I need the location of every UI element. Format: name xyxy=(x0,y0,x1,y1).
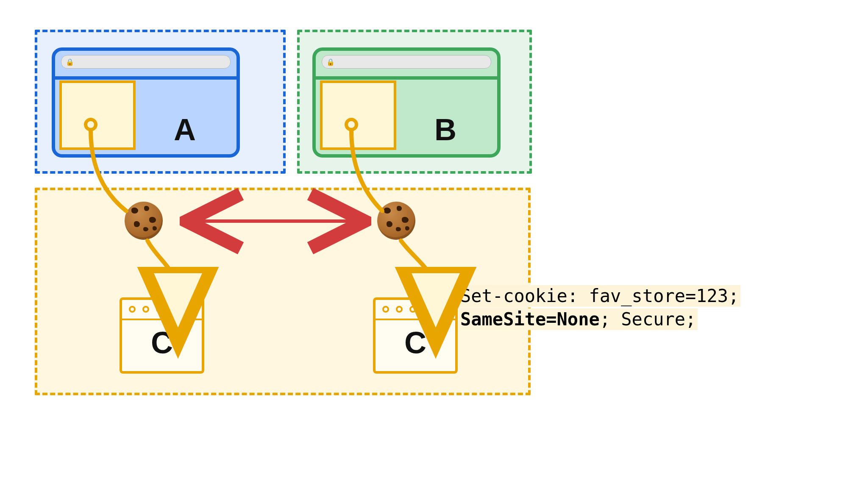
server-c-label: C xyxy=(376,325,455,360)
chrome-divider xyxy=(55,76,236,80)
server-c-dots xyxy=(122,300,202,320)
chrome-divider xyxy=(316,76,497,80)
iframe-b-connector xyxy=(345,118,358,131)
code-line-1: Set-cookie: fav_store=123; xyxy=(459,285,740,307)
lock-icon: 🔒 xyxy=(326,58,335,66)
third-party-iframe-a xyxy=(59,80,136,150)
set-cookie-header: Set-cookie: fav_store=123; SameSite=None… xyxy=(459,285,740,331)
cookie-icon xyxy=(377,202,415,240)
dot-icon xyxy=(129,306,136,313)
browser-window-a: 🔒 A xyxy=(52,47,240,158)
iframe-a-connector xyxy=(84,118,97,131)
server-c-left: C xyxy=(120,297,204,374)
code-line-2: SameSite=None; Secure; xyxy=(459,308,698,330)
dot-icon xyxy=(170,306,176,313)
address-bar: 🔒 xyxy=(322,55,491,69)
site-label-b: B xyxy=(434,112,456,147)
dot-icon xyxy=(382,306,389,313)
code-samesite: SameSite=None xyxy=(460,309,600,330)
server-c-dots xyxy=(376,300,455,320)
address-bar: 🔒 xyxy=(61,55,231,69)
dot-icon xyxy=(409,306,416,313)
dot-icon xyxy=(142,306,149,313)
site-label-a: A xyxy=(174,112,196,147)
dot-icon xyxy=(396,306,403,313)
code-line-2-tail: ; Secure; xyxy=(600,309,696,330)
dot-icon xyxy=(423,306,430,313)
server-c-right: C xyxy=(373,297,458,374)
third-party-iframe-b xyxy=(320,80,396,150)
diagram-stage: 🔒 A 🔒 B C C xyxy=(0,0,868,488)
lock-icon: 🔒 xyxy=(66,58,74,66)
server-c-label: C xyxy=(122,325,202,360)
dot-icon xyxy=(156,306,163,313)
cookie-icon xyxy=(125,202,163,240)
browser-window-b: 🔒 B xyxy=(312,47,501,158)
